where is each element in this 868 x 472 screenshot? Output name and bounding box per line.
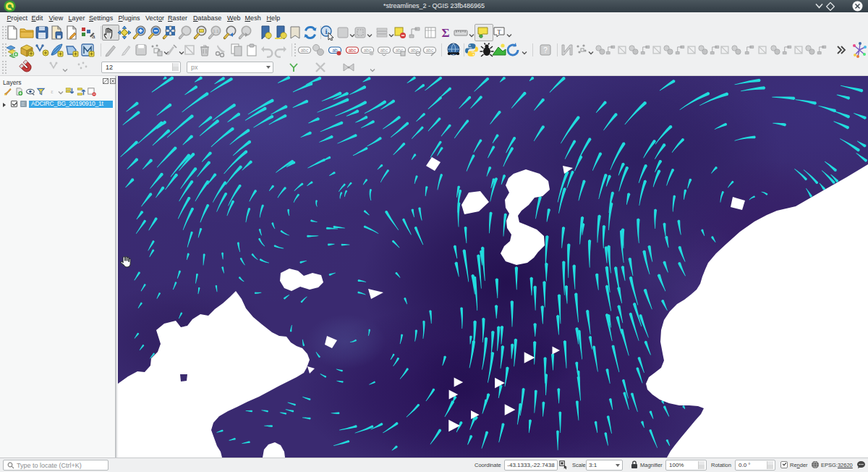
svg-text:i: i — [325, 27, 327, 35]
svg-text:ε: ε — [51, 88, 54, 95]
svg-text:1:1: 1:1 — [213, 29, 219, 33]
svg-text:a: a — [92, 33, 95, 40]
svg-text:Σ: Σ — [441, 26, 449, 40]
svg-text:?: ? — [543, 46, 548, 54]
svg-text:abc: abc — [349, 48, 357, 53]
svg-text:abc: abc — [426, 48, 434, 53]
svg-text:T: T — [497, 28, 501, 35]
svg-text:abc: abc — [301, 48, 309, 53]
svg-text:ab: ab — [332, 48, 338, 53]
svg-text:abc: abc — [380, 48, 388, 53]
